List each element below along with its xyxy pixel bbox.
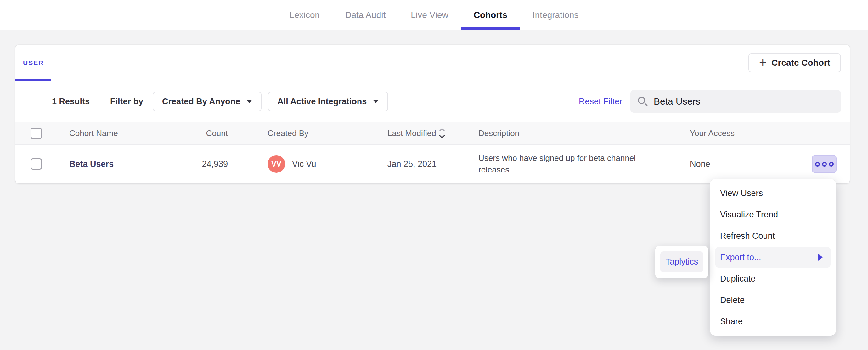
search-input[interactable]: [654, 96, 833, 107]
filter-divider: [100, 95, 100, 108]
tab-cohorts-label: Cohorts: [474, 10, 507, 20]
menu-item-refresh-count[interactable]: Refresh Count: [710, 225, 836, 247]
integrations-dropdown-value: All Active Integrations: [277, 97, 367, 106]
cohort-name-cell: Beta Users: [69, 159, 204, 169]
caret-down-icon: [373, 100, 379, 103]
tab-live-view[interactable]: Live View: [398, 0, 461, 30]
results-count: 1 Results: [52, 97, 90, 106]
header-last-modified-label: Last Modified: [388, 129, 436, 138]
cohort-count: 24,939: [204, 159, 228, 169]
filter-by-label: Filter by: [110, 97, 143, 106]
actions-cell: [786, 155, 850, 173]
sort-icon[interactable]: [440, 129, 444, 138]
menu-item-export-to-label: Export to...: [720, 253, 761, 262]
card-tab-bar: USER + Create Cohort: [16, 45, 850, 81]
search-icon: [638, 97, 647, 106]
submenu-item-taplytics[interactable]: Taplytics: [660, 251, 704, 272]
header-checkbox-cell: [16, 128, 69, 139]
avatar: VV: [268, 155, 285, 173]
header-created-by: Created By: [228, 129, 388, 138]
menu-item-view-users[interactable]: View Users: [710, 182, 836, 204]
top-nav: Lexicon Data Audit Live View Cohorts Int…: [0, 0, 868, 31]
header-last-modified[interactable]: Last Modified: [388, 129, 478, 138]
tab-data-audit-label: Data Audit: [345, 10, 385, 20]
cohort-context-menu: View Users Visualize Trend Refresh Count…: [710, 179, 836, 336]
tab-live-view-label: Live View: [411, 10, 448, 20]
row-checkbox-cell: [16, 159, 69, 170]
created-by-cell: VV Vic Vu: [228, 155, 388, 173]
menu-item-share[interactable]: Share: [710, 311, 836, 332]
your-access-cell: None: [690, 159, 786, 169]
description-cell: Users who have signed up for beta channe…: [478, 152, 690, 176]
tab-integrations[interactable]: Integrations: [520, 0, 591, 30]
header-count: Count: [204, 129, 228, 138]
header-your-access: Your Access: [690, 129, 786, 138]
cohorts-card: USER + Create Cohort 1 Results Filter by…: [16, 45, 850, 183]
row-checkbox[interactable]: [31, 159, 42, 170]
tab-user-cohorts[interactable]: USER: [16, 45, 51, 81]
tab-lexicon[interactable]: Lexicon: [277, 0, 333, 30]
nav-tabs: Lexicon Data Audit Live View Cohorts Int…: [277, 0, 591, 30]
tab-data-audit[interactable]: Data Audit: [332, 0, 398, 30]
table-row: Beta Users 24,939 VV Vic Vu Jan 25, 2021…: [16, 144, 850, 183]
tab-cohorts[interactable]: Cohorts: [461, 0, 520, 30]
export-submenu: Taplytics: [655, 246, 708, 278]
tab-user-label: USER: [23, 59, 44, 67]
reset-filter-link[interactable]: Reset Filter: [579, 97, 622, 106]
header-cohort-name: Cohort Name: [69, 129, 204, 138]
cohort-search-box[interactable]: [630, 90, 841, 113]
ellipsis-icon: [815, 162, 834, 167]
menu-item-visualize-trend[interactable]: Visualize Trend: [710, 204, 836, 225]
user-tab-underline: [16, 79, 51, 81]
create-cohort-label: Create Cohort: [771, 58, 830, 68]
menu-item-export-to[interactable]: Export to...: [715, 247, 831, 268]
active-tab-underline: [461, 27, 520, 31]
integrations-dropdown[interactable]: All Active Integrations: [268, 92, 388, 111]
select-all-checkbox[interactable]: [31, 128, 42, 139]
last-modified-cell: Jan 25, 2021: [388, 159, 478, 169]
header-description: Description: [478, 129, 690, 138]
create-cohort-button[interactable]: + Create Cohort: [748, 54, 841, 72]
created-by-dropdown-value: Created By Anyone: [162, 97, 240, 106]
cohort-name-link[interactable]: Beta Users: [69, 159, 114, 169]
row-actions-button[interactable]: [812, 155, 837, 173]
description-text: Users who have signed up for beta channe…: [478, 152, 648, 176]
menu-item-delete[interactable]: Delete: [710, 289, 836, 311]
menu-item-duplicate[interactable]: Duplicate: [710, 268, 836, 289]
tab-lexicon-label: Lexicon: [289, 10, 320, 20]
filter-bar: 1 Results Filter by Created By Anyone Al…: [16, 81, 850, 122]
tab-integrations-label: Integrations: [532, 10, 579, 20]
created-by-name: Vic Vu: [292, 159, 316, 169]
caret-down-icon: [246, 100, 252, 103]
submenu-arrow-icon: [818, 254, 823, 261]
created-by-dropdown[interactable]: Created By Anyone: [153, 92, 261, 111]
cohorts-page: Lexicon Data Audit Live View Cohorts Int…: [0, 0, 868, 350]
table-header: Cohort Name Count Created By Last Modifi…: [16, 122, 850, 144]
